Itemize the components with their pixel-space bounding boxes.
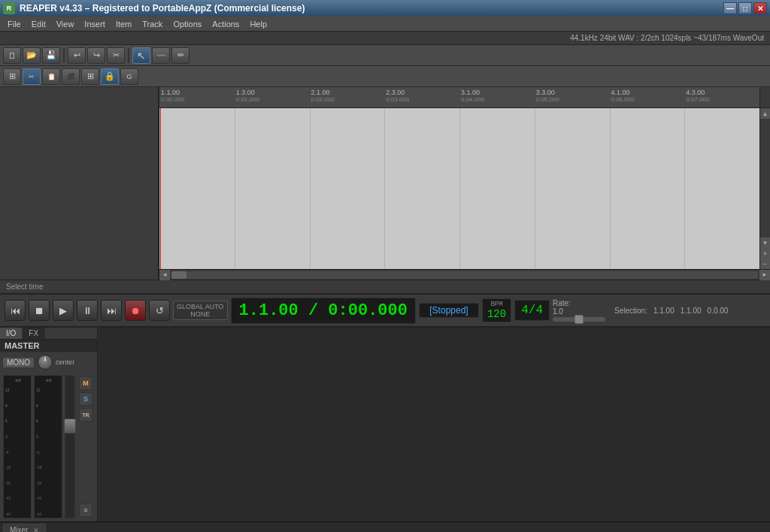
tool-save[interactable]: 💾 bbox=[42, 47, 60, 64]
tool-cut[interactable]: ✂ bbox=[107, 47, 125, 64]
trim-button[interactable]: TR bbox=[79, 408, 92, 422]
mixer-tab-bottom[interactable]: Mixer ✕ bbox=[3, 524, 46, 533]
solo-button[interactable]: S bbox=[79, 392, 92, 406]
tool-group[interactable]: G bbox=[120, 68, 138, 85]
selection-start: 1.1.00 bbox=[653, 307, 675, 315]
go-end-button[interactable]: ⏭ bbox=[101, 300, 122, 321]
title-bar-buttons: — □ ✕ bbox=[723, 2, 767, 14]
stop-button[interactable]: ⏹ bbox=[29, 300, 50, 321]
record-button[interactable]: ⏺ bbox=[125, 300, 146, 321]
rate-thumb[interactable] bbox=[574, 315, 584, 324]
play-button[interactable]: ▶ bbox=[53, 300, 74, 321]
pause-button[interactable]: ⏸ bbox=[77, 300, 98, 321]
minimize-button[interactable]: — bbox=[723, 2, 737, 14]
grid-line-6 bbox=[610, 108, 611, 269]
mixer-side-buttons: M S TR ≡ bbox=[77, 375, 94, 518]
close-button[interactable]: ✕ bbox=[753, 2, 767, 14]
fader-thumb[interactable] bbox=[64, 419, 76, 434]
menu-actions[interactable]: Actions bbox=[208, 19, 244, 29]
ruler-marker-6: 4.1.000:06.000 bbox=[610, 87, 635, 107]
main-layout: 1.1.000:00.0001.3.000:01.0002.1.000:02.0… bbox=[0, 87, 770, 280]
status-bar: Select time bbox=[0, 280, 770, 293]
selection-label: Selection: bbox=[614, 307, 647, 315]
mono-button[interactable]: MONO bbox=[2, 357, 35, 368]
tool-undo[interactable]: ↩ bbox=[68, 47, 86, 64]
tool-ripple-all[interactable]: ⬛ bbox=[62, 68, 80, 85]
tool-grid[interactable]: ⊞ bbox=[81, 68, 99, 85]
vu-left-label: -inf bbox=[4, 377, 31, 382]
track-area bbox=[0, 87, 158, 280]
global-auto-sub: NONE bbox=[190, 310, 210, 318]
maximize-button[interactable]: □ bbox=[738, 2, 752, 14]
scroll-up-btn[interactable]: ▲ bbox=[760, 108, 771, 119]
pan-knob[interactable] bbox=[38, 355, 53, 370]
scroll-dn-btn[interactable]: ▼ bbox=[760, 237, 771, 248]
menu-help[interactable]: Help bbox=[245, 19, 271, 29]
timeline-body[interactable] bbox=[159, 108, 759, 269]
tool-redo[interactable]: ↪ bbox=[87, 47, 105, 64]
loop-button[interactable]: ↺ bbox=[149, 300, 170, 321]
scroll-plus-btn[interactable]: + bbox=[760, 248, 771, 258]
tool-ripple-off[interactable]: ✂ bbox=[23, 68, 41, 85]
tool-new[interactable]: 🗋 bbox=[3, 47, 21, 64]
ruler-area: 1.1.000:00.0001.3.000:01.0002.1.000:02.0… bbox=[159, 87, 759, 107]
tool-envelope[interactable]: 〰 bbox=[152, 47, 170, 64]
ruler-marker-3: 2.3.000:03.000 bbox=[384, 87, 409, 107]
menu-options[interactable]: Options bbox=[168, 19, 206, 29]
tool-lock[interactable]: 🔒 bbox=[101, 68, 119, 85]
hscroll-track[interactable] bbox=[171, 271, 758, 279]
horizontal-scrollbar[interactable]: ◄ ► bbox=[159, 269, 770, 280]
channel-icon-btn[interactable]: ≡ bbox=[79, 503, 92, 517]
go-start-button[interactable]: ⏮ bbox=[5, 300, 26, 321]
tool-ripple-one[interactable]: 📋 bbox=[42, 68, 60, 85]
vu-right-scale: 12 8 6 3 -6 -18 -30 -42 -inf bbox=[35, 386, 62, 518]
grid-line-4 bbox=[459, 108, 460, 269]
menu-view[interactable]: View bbox=[52, 19, 79, 29]
mixer-name: MASTER bbox=[0, 340, 97, 352]
ruler-marker-4: 3.1.000:04.000 bbox=[459, 87, 484, 107]
time-sig-display[interactable]: 4/4 bbox=[514, 300, 550, 321]
rate-value: 1.0 bbox=[553, 307, 563, 316]
volume-fader[interactable] bbox=[65, 375, 75, 518]
info-text: 44.1kHz 24bit WAV : 2/2ch 1024spls ~43/1… bbox=[570, 34, 764, 42]
mute-button[interactable]: M bbox=[79, 376, 92, 390]
mixer-tab-close[interactable]: ✕ bbox=[33, 527, 39, 533]
scroll-minus-btn[interactable]: − bbox=[760, 258, 771, 269]
mixer-tab-fx[interactable]: FX bbox=[23, 328, 45, 339]
timeline-ruler: 1.1.000:00.0001.3.000:01.0002.1.000:02.0… bbox=[159, 87, 770, 108]
bpm-display[interactable]: BPM 120 bbox=[482, 298, 511, 322]
info-bar: 44.1kHz 24bit WAV : 2/2ch 1024spls ~43/1… bbox=[0, 32, 770, 45]
hscroll-left-btn[interactable]: ◄ bbox=[159, 270, 170, 280]
vertical-scrollbar[interactable]: ▲ ▼ + − bbox=[759, 108, 770, 269]
mixer-tab-io[interactable]: I/O bbox=[0, 328, 23, 339]
scroll-track-v[interactable] bbox=[760, 119, 771, 237]
rate-slider[interactable] bbox=[553, 317, 605, 322]
bottom-panel: I/O FX MASTER MONO center -inf 12 8 6 3 … bbox=[0, 326, 770, 521]
tool-snap[interactable]: ⊞ bbox=[3, 68, 21, 85]
menu-file[interactable]: File bbox=[3, 19, 26, 29]
tool-draw[interactable]: ✏ bbox=[171, 47, 189, 64]
hscroll-right-btn[interactable]: ► bbox=[759, 270, 770, 280]
hscroll-thumb[interactable] bbox=[171, 271, 186, 279]
tool-open[interactable]: 📂 bbox=[23, 47, 41, 64]
selection-end: 1.1.00 bbox=[681, 307, 702, 315]
bottom-right-area bbox=[98, 328, 770, 521]
time-display: 1.1.00 / 0:00.000 bbox=[231, 298, 416, 324]
ruler-corner bbox=[759, 87, 770, 107]
grid-line-2 bbox=[310, 108, 311, 269]
grid-line-7 bbox=[684, 108, 685, 269]
bpm-value[interactable]: 120 bbox=[487, 308, 506, 320]
global-auto-label: GLOBAL AUTO bbox=[177, 303, 224, 310]
mixer-strip: I/O FX MASTER MONO center -inf 12 8 6 3 … bbox=[0, 328, 98, 521]
menu-edit[interactable]: Edit bbox=[27, 19, 50, 29]
menu-insert[interactable]: Insert bbox=[80, 19, 110, 29]
global-auto-display[interactable]: GLOBAL AUTO NONE bbox=[173, 301, 228, 320]
sep2 bbox=[128, 48, 129, 63]
fader-spacer bbox=[79, 424, 92, 501]
mixer-tabs: I/O FX bbox=[0, 328, 97, 340]
sel-row1: Selection: 1.1.00 1.1.00 0.0.00 bbox=[614, 307, 728, 315]
menu-track[interactable]: Track bbox=[138, 19, 167, 29]
tool-cursor[interactable]: ↖ bbox=[132, 47, 150, 64]
bpm-label: BPM bbox=[490, 301, 502, 308]
menu-item[interactable]: Item bbox=[111, 19, 136, 29]
